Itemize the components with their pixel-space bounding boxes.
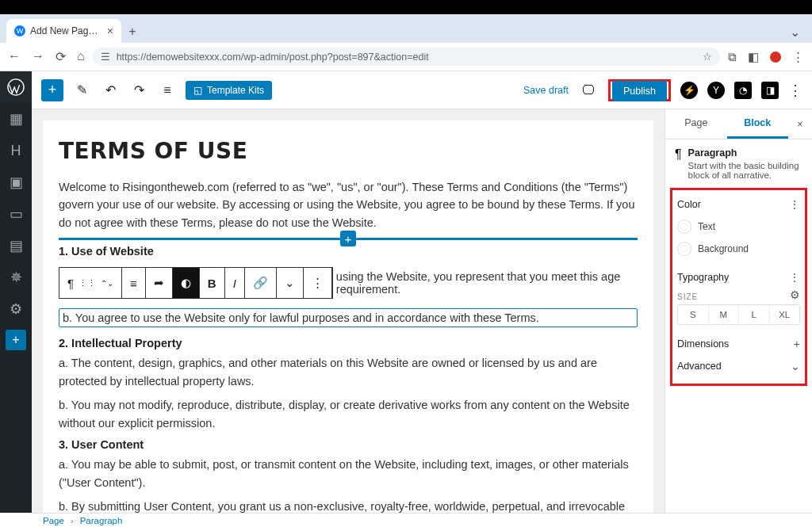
back-icon[interactable]: ← xyxy=(8,49,21,64)
advanced-panel-title: Advanced xyxy=(677,361,722,372)
color-panel-options-icon[interactable]: ⋮ xyxy=(789,198,800,211)
section-1-heading[interactable]: 1. Use of Website xyxy=(59,245,638,258)
save-draft-link[interactable]: Save draft xyxy=(523,85,569,96)
page-block-icon[interactable]: ▤ xyxy=(0,230,32,262)
block-name: Paragraph xyxy=(688,147,802,158)
section-3-heading[interactable]: 3. User Content xyxy=(59,438,638,451)
color-panel-title: Color xyxy=(677,199,701,210)
editor-toolbar: + ✎ ↶ ↷ ≡ ◱ Template Kits Save draft 🖵 P… xyxy=(32,71,812,109)
buttons-block-icon[interactable]: ▭ xyxy=(0,198,32,230)
forward-icon[interactable]: → xyxy=(32,49,44,64)
dimensions-add-icon[interactable]: + xyxy=(794,338,800,350)
template-kits-button[interactable]: ◱ Template Kits xyxy=(186,81,272,100)
editor-menu-icon[interactable]: ⋮ xyxy=(788,82,802,99)
insert-block-button[interactable]: + xyxy=(41,79,63,101)
navigation-icon[interactable]: ✵ xyxy=(0,262,32,293)
tab-page[interactable]: Page xyxy=(665,109,727,139)
new-tab-button[interactable]: + xyxy=(121,21,144,43)
section-2a-text[interactable]: a. The content, design, graphics, and ot… xyxy=(59,354,638,390)
address-bar[interactable]: ☰ https://demowebsitexxx.com/wp-admin/po… xyxy=(93,48,720,66)
size-m[interactable]: M xyxy=(709,305,740,324)
editor-canvas: TERMS OF USE Welcome to Risingontheweb.c… xyxy=(32,109,665,513)
tab-block[interactable]: Block xyxy=(727,109,789,139)
size-xl[interactable]: XL xyxy=(770,305,800,324)
section-3a-text[interactable]: a. You may be able to submit, post, or t… xyxy=(59,456,638,491)
typography-panel-options-icon[interactable]: ⋮ xyxy=(789,271,800,284)
settings-panel-toggle-icon[interactable]: ◨ xyxy=(761,82,779,99)
paragraph-icon: ¶ xyxy=(675,147,682,180)
background-color-label: Background xyxy=(698,243,749,254)
intro-paragraph[interactable]: Welcome to Risingontheweb.com (referred … xyxy=(59,178,638,231)
tab-title: Add New Page ‹ Demo Webs xyxy=(30,25,102,36)
insert-between-button[interactable]: + xyxy=(340,231,356,246)
bc-separator-icon: › xyxy=(71,516,74,525)
edit-mode-icon[interactable]: ✎ xyxy=(71,80,92,101)
advanced-toggle-icon[interactable]: ⌄ xyxy=(791,360,800,372)
block-toolbar: ¶ ⋮⋮ ⌃⌄ ≡ ➦ ◐ B I 🔗 ⌄ ⋮ xyxy=(59,267,333,299)
settings-cog-icon[interactable]: ⚙ xyxy=(0,293,32,325)
bc-block[interactable]: Paragraph xyxy=(80,516,123,525)
background-swatch-icon xyxy=(677,242,691,256)
wp-favicon: W xyxy=(14,25,25,36)
block-type-icon[interactable]: ¶ ⋮⋮ ⌃⌄ xyxy=(59,268,122,298)
dimensions-panel-title: Dimensions xyxy=(677,338,729,349)
bc-page[interactable]: Page xyxy=(43,516,64,525)
text-color-label: Text xyxy=(698,221,715,232)
extensions-icon[interactable]: ⧉ xyxy=(728,50,737,64)
publish-highlight: Publish xyxy=(608,79,671,101)
more-formatting-icon[interactable]: ⌄ xyxy=(277,268,304,298)
browser-tab[interactable]: W Add New Page ‹ Demo Webs × xyxy=(6,19,121,43)
close-sidebar-icon[interactable]: × xyxy=(788,109,812,139)
bookmark-icon[interactable]: ☆ xyxy=(703,51,712,63)
wp-logo-icon[interactable] xyxy=(0,71,32,103)
typography-panel-title: Typography xyxy=(677,272,729,283)
text-color-row[interactable]: Text xyxy=(677,216,800,238)
chrome-menu-icon[interactable]: ⋮ xyxy=(792,50,804,64)
reload-icon[interactable]: ⟳ xyxy=(56,49,66,64)
plugin-icon[interactable]: ◔ xyxy=(734,82,752,99)
site-info-icon[interactable]: ☰ xyxy=(101,51,110,63)
settings-sidebar: Page Block × ¶ Paragraph Start with the … xyxy=(665,109,812,513)
bold-button[interactable]: B xyxy=(200,268,225,298)
astra-icon[interactable]: ⚡ xyxy=(680,82,698,99)
redo-icon[interactable]: ↷ xyxy=(128,80,149,101)
extension-badge-icon[interactable] xyxy=(770,52,781,63)
yoast-icon[interactable]: Y xyxy=(707,82,725,99)
size-settings-icon[interactable]: ⚙ xyxy=(790,288,800,301)
heading-block-icon[interactable]: H xyxy=(0,135,32,166)
browser-toolbar: ← → ⟳ ⌂ ☰ https://demowebsitexxx.com/wp-… xyxy=(0,43,812,71)
align-icon[interactable]: ≡ xyxy=(122,268,146,298)
wp-admin-sidebar: ▦ H ▣ ▭ ▤ ✵ ⚙ + xyxy=(0,71,32,513)
undo-icon[interactable]: ↶ xyxy=(100,80,121,101)
page-title[interactable]: TERMS OF USE xyxy=(59,138,638,164)
panel-icon[interactable]: ◧ xyxy=(748,50,759,64)
link-button[interactable]: 🔗 xyxy=(245,268,277,298)
add-block-button[interactable]: + xyxy=(6,330,26,350)
selected-paragraph[interactable]: b. You agree to use the Website only for… xyxy=(59,308,638,327)
dashboard-icon[interactable]: ▦ xyxy=(0,103,32,135)
section-2-heading[interactable]: 2. Intellectual Property xyxy=(59,337,638,349)
italic-button[interactable]: I xyxy=(225,268,245,298)
size-label: SIZE xyxy=(677,292,698,301)
close-tab-icon[interactable]: × xyxy=(107,25,113,37)
block-options-icon[interactable]: ⋮ xyxy=(304,268,332,298)
publish-button[interactable]: Publish xyxy=(612,81,667,101)
text-swatch-icon xyxy=(677,220,691,234)
block-insertion-line[interactable]: + xyxy=(59,238,638,240)
section-2b-text[interactable]: b. You may not modify, reproduce, distri… xyxy=(59,396,638,432)
size-l[interactable]: L xyxy=(739,305,770,324)
section-3b-text[interactable]: b. By submitting User Content, you grant… xyxy=(59,498,638,513)
template-kits-label: Template Kits xyxy=(207,85,264,96)
transform-icon[interactable]: ➦ xyxy=(146,268,173,298)
section-1a-tail[interactable]: using the Website, you represent that yo… xyxy=(336,270,638,296)
background-color-row[interactable]: Background xyxy=(677,238,800,260)
image-block-icon[interactable]: ▣ xyxy=(0,166,32,198)
block-settings-highlight: Color ⋮ Text Background Typography ⋮ xyxy=(670,188,807,386)
home-icon[interactable]: ⌂ xyxy=(77,49,85,64)
size-options: S M L XL xyxy=(677,304,800,325)
text-color-icon[interactable]: ◐ xyxy=(173,268,200,298)
preview-icon[interactable]: 🖵 xyxy=(578,80,599,101)
size-s[interactable]: S xyxy=(678,305,709,324)
tab-overflow-icon[interactable]: ⌄ xyxy=(783,21,806,43)
outline-icon[interactable]: ≡ xyxy=(157,80,178,101)
